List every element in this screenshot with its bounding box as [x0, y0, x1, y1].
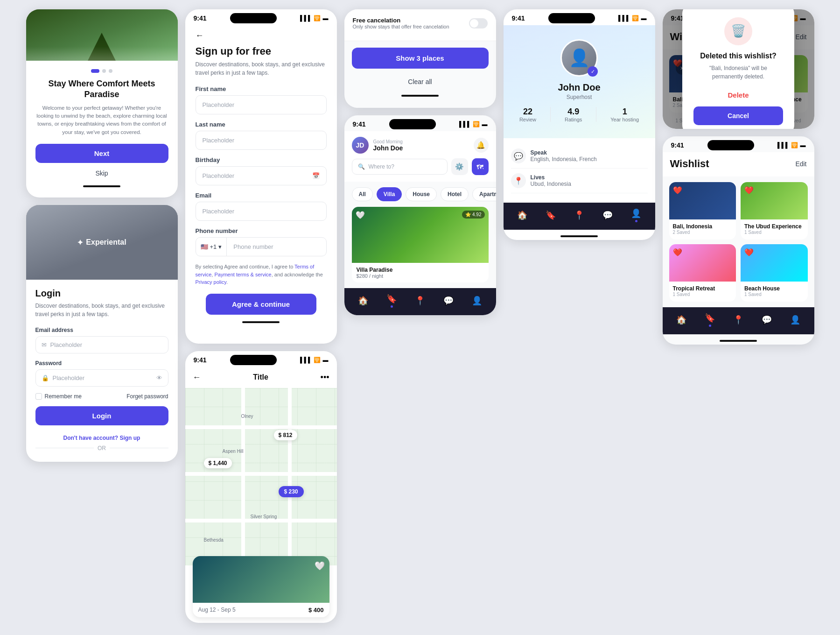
stat-ratings: 4.9 Ratings — [565, 107, 582, 122]
category-apartment[interactable]: Apartment — [472, 187, 496, 201]
phone-placeholder: Phone number — [233, 243, 273, 250]
signup-title: Sign up for free — [196, 45, 327, 57]
wish-heart-3[interactable]: ❤️ — [673, 248, 682, 257]
first-name-input[interactable]: Placeholder — [196, 95, 327, 114]
wish-card-4[interactable]: ❤️ Beach House 1 Saved — [741, 244, 808, 302]
wish-name-ubud: The Ubud Experience — [744, 223, 804, 230]
last-name-group: Last name Placeholder — [196, 121, 327, 150]
terms-text: By selecting Agree and continue, I agree… — [196, 263, 327, 286]
free-cancel-text: Free cancelation Only show stays that of… — [353, 17, 449, 29]
signup-link[interactable]: Sign up — [119, 435, 140, 441]
next-button[interactable]: Next — [35, 144, 168, 163]
skip-button[interactable]: Skip — [35, 167, 168, 180]
birthday-placeholder: Placeholder — [203, 172, 235, 179]
clear-all-button[interactable]: Clear all — [352, 73, 489, 90]
speak-value: English, Indonesia, French — [531, 156, 597, 162]
wifi-wishlist-2: 🛜 — [791, 142, 798, 148]
status-bar-map: 9:41 ▌▌▌ 🛜 ▬ — [185, 351, 337, 367]
nav-explore[interactable]: 📍 — [415, 296, 425, 306]
signal-home: ▌▌▌ — [459, 121, 471, 127]
phone-flag[interactable]: 🇺🇸 +1 ▾ — [196, 238, 227, 256]
map-icon-button[interactable]: 🗺 — [472, 158, 489, 175]
profile-user-icon: 👤 — [631, 208, 641, 219]
wish-heart-4[interactable]: ❤️ — [744, 248, 754, 257]
back-arrow[interactable]: ← — [196, 31, 204, 41]
privacy-link[interactable]: Privacy policy — [196, 279, 226, 285]
search-icon: 🔍 — [358, 163, 365, 170]
email-input[interactable]: ✉ Placeholder — [35, 336, 168, 353]
email-placeholder: Placeholder — [50, 341, 83, 348]
notification-bell[interactable]: 🔔 — [474, 138, 489, 153]
category-villa[interactable]: Villa — [377, 187, 402, 201]
phone-number-input[interactable]: Phone number — [227, 238, 326, 256]
phone-label: Phone number — [196, 227, 327, 234]
profile-explore-icon: 📍 — [574, 210, 584, 220]
nav-profile[interactable]: 👤 — [472, 296, 482, 306]
phone-group: Phone number 🇺🇸 +1 ▾ Phone number — [196, 227, 327, 256]
delete-cancel-button[interactable]: Cancel — [693, 106, 783, 125]
category-hotel[interactable]: Hotel — [441, 187, 469, 201]
delete-confirm-button[interactable]: Delete — [693, 88, 783, 102]
profile-nav-home[interactable]: 🏠 — [517, 210, 527, 220]
wish-card-bali[interactable]: ❤️ Bali, Indonesia 2 Saved — [669, 182, 736, 240]
wishlist-edit[interactable]: Edit — [795, 160, 806, 168]
stats-row: 22 Review 4.9 Ratings 1 Year hosting — [511, 107, 648, 122]
wishlist-nav-explore[interactable]: 📍 — [733, 315, 743, 325]
onboarding-card: Stay Where Comfort Meets Paradise Welcom… — [26, 9, 178, 198]
wishlist-progress — [720, 340, 757, 342]
password-input[interactable]: 🔒 Placeholder 👁 — [35, 369, 168, 387]
wish-heart-bali-2[interactable]: ❤️ — [673, 186, 682, 195]
battery-map: ▬ — [322, 357, 328, 363]
wishlist-nav-messages[interactable]: 💬 — [762, 315, 772, 325]
profile-nav-user[interactable]: 👤 — [631, 208, 641, 222]
nav-home[interactable]: 🏠 — [358, 296, 368, 306]
filter-icon-button[interactable]: ⚙️ — [451, 158, 468, 175]
free-cancel-toggle[interactable] — [469, 18, 488, 28]
email-signup-input[interactable]: Placeholder — [196, 202, 327, 221]
payment-terms-link[interactable]: Payment terms & service — [214, 272, 271, 277]
price-tag-812[interactable]: $ 812 — [274, 430, 297, 440]
agree-continue-button[interactable]: Agree & continue — [206, 294, 316, 315]
calendar-icon: 📅 — [312, 172, 320, 179]
login-button[interactable]: Login — [35, 406, 168, 425]
profile-nav-wishlist[interactable]: 🔖 — [546, 210, 556, 220]
forget-password-link[interactable]: Forget password — [126, 393, 168, 400]
first-name-placeholder: Placeholder — [203, 101, 235, 108]
profile-bottom-nav: 🏠 🔖 📍 💬 👤 — [504, 203, 655, 230]
more-options-icon[interactable]: ••• — [321, 373, 329, 382]
profile-nav-icon: 👤 — [472, 296, 482, 306]
listing-heart-button[interactable]: 🤍 — [315, 561, 325, 571]
card-heart-1[interactable]: 🤍 — [356, 211, 365, 219]
category-house[interactable]: House — [406, 187, 437, 201]
review-value: 22 — [519, 107, 536, 117]
col-3: Free cancelation Only show stays that of… — [344, 9, 496, 315]
profile-screen: 9:41 ▌▌▌ 🛜 ▬ 👤 ✓ John Doe Superhost 22 R… — [504, 9, 655, 240]
profile-nav-messages[interactable]: 💬 — [602, 210, 613, 220]
wishlist-delete-modal-screen: 9:41 ▌▌▌ 🛜 ▬ Wishlist Edit × ❤️ Bali, In — [663, 9, 814, 129]
price-tag-230[interactable]: $ 230 — [279, 486, 304, 497]
show-places-button[interactable]: Show 3 places — [352, 48, 489, 69]
last-name-input[interactable]: Placeholder — [196, 131, 327, 150]
onboarding-subtitle: Welcome to your perfect getaway! Whether… — [35, 104, 168, 136]
wish-card-ubud[interactable]: ❤️ The Ubud Experience 1 Saved — [741, 182, 808, 240]
wish-card-3[interactable]: ❤️ Tropical Retreat 1 Saved — [669, 244, 736, 302]
search-box[interactable]: 🔍 Where to? — [352, 159, 448, 175]
wishlist-nav-wishlist[interactable]: 🔖 — [705, 313, 715, 327]
verified-badge: ✓ — [588, 66, 598, 77]
status-icons-signup: ▌▌▌ 🛜 ▬ — [300, 15, 329, 21]
nav-messages[interactable]: 💬 — [443, 296, 454, 306]
or-text: OR — [98, 445, 106, 452]
nav-wishlist[interactable]: 🔖 — [386, 294, 397, 308]
category-all[interactable]: All — [352, 187, 373, 201]
wish-heart-ubud-2[interactable]: ❤️ — [744, 186, 754, 195]
price-tag-1440[interactable]: $ 1,440 — [204, 458, 232, 468]
remember-checkbox[interactable] — [35, 393, 42, 400]
wishlist-nav-profile[interactable]: 👤 — [790, 315, 800, 325]
nav-active-dot — [391, 305, 393, 308]
map-back-arrow[interactable]: ← — [193, 373, 201, 382]
wishlist-nav-home[interactable]: 🏠 — [676, 315, 686, 325]
profile-nav-explore[interactable]: 📍 — [574, 210, 584, 220]
birthday-input[interactable]: Placeholder 📅 — [196, 166, 327, 185]
eye-icon[interactable]: 👁 — [156, 374, 162, 381]
greeting-row: JD Good Morning John Doe 🔔 — [352, 137, 489, 154]
